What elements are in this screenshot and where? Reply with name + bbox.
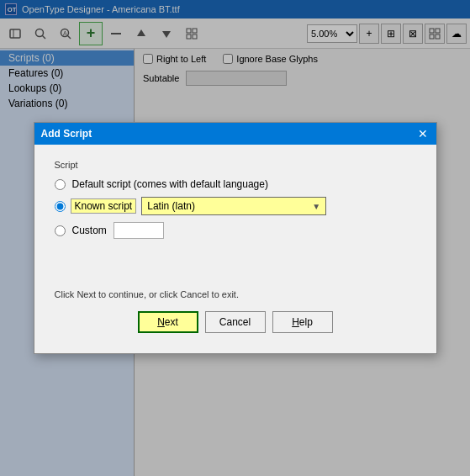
known-script-dropdown[interactable]: Latin (latn) ▼	[141, 197, 326, 215]
dialog-close-btn[interactable]: ✕	[416, 128, 430, 140]
dialog-title-bar: Add Script ✕	[34, 123, 436, 145]
cancel-button[interactable]: Cancel	[205, 311, 266, 333]
option-default: Default script (comes with default langu…	[55, 178, 416, 190]
known-script-label: Known script	[55, 198, 137, 214]
dialog-body: Script Default script (comes with defaul…	[34, 145, 436, 353]
dialog-section-label: Script	[55, 160, 416, 170]
add-script-dialog: Add Script ✕ Script Default script (come…	[34, 122, 437, 354]
custom-input[interactable]	[114, 222, 164, 239]
dropdown-arrow-icon: ▼	[312, 202, 320, 211]
help-button[interactable]: Help	[272, 311, 333, 333]
next-button[interactable]: Next	[138, 311, 198, 333]
help-label: Help	[292, 316, 313, 328]
dialog-title: Add Script	[41, 128, 92, 140]
option-known-row: Known script Latin (latn) ▼	[55, 197, 416, 215]
dialog-hint: Click Next to continue, or click Cancel …	[55, 289, 416, 299]
dialog-buttons: Next Cancel Help	[55, 311, 416, 341]
radio-default[interactable]	[55, 179, 66, 190]
option-custom-label: Custom	[72, 225, 107, 236]
known-script-text: Known script	[71, 198, 137, 214]
next-label: Next	[157, 316, 178, 328]
option-custom-row: Custom	[55, 222, 416, 239]
radio-custom[interactable]	[55, 225, 66, 236]
option-default-label: Default script (comes with default langu…	[72, 178, 268, 190]
dialog-overlay: Add Script ✕ Script Default script (come…	[0, 0, 470, 476]
radio-known[interactable]	[55, 201, 66, 212]
